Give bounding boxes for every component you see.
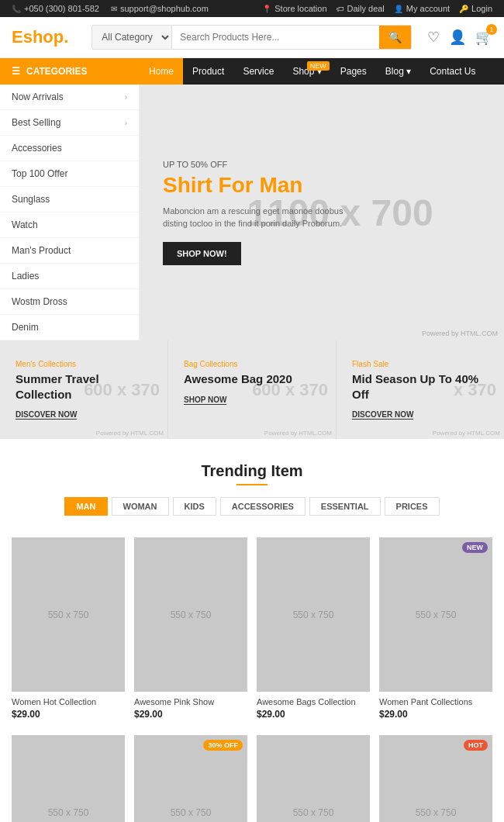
user-icon (394, 5, 403, 13)
sidebar-item-now-arrivals[interactable]: Now Arrivals› (0, 85, 139, 110)
topbar: +050 (300) 801-582 support@shophub.com S… (0, 0, 504, 17)
product-image: 550 x 750 (134, 537, 247, 692)
tab-essential[interactable]: ESSENTIAL (309, 497, 381, 516)
arrow-icon: › (125, 93, 127, 102)
sidebar-item-denim[interactable]: Denim (0, 315, 139, 340)
product-price: $29.00 (379, 709, 492, 720)
product-image: NEW 550 x 750 (379, 537, 492, 692)
my-account[interactable]: My account (394, 4, 450, 13)
login-link[interactable]: Login (459, 4, 492, 13)
nav-shop[interactable]: Shop ▾ NEW (283, 58, 330, 85)
topbar-right: Store location Daily deal My account Log… (262, 4, 492, 13)
categories-button[interactable]: ☰ CATEGORIES (0, 58, 140, 85)
product-image: 550 x 750 (257, 537, 370, 692)
tab-kids[interactable]: KIDS (173, 497, 216, 516)
cart-icon[interactable]: 🛒 1 (475, 29, 492, 46)
account-icon[interactable]: 👤 (449, 29, 466, 46)
sidebar-item-watch[interactable]: Watch (0, 212, 139, 238)
product-image: 550 x 750 (257, 735, 370, 822)
hero-description: Maboncion am a rescuing eget maonoe doob… (163, 205, 349, 230)
section-title: Trending Item (12, 462, 492, 480)
logo[interactable]: Eshop. (12, 27, 76, 47)
banner-category: Flash Sale (352, 360, 488, 368)
hamburger-icon: ☰ (12, 66, 20, 77)
tab-woman[interactable]: WOMAN (112, 497, 169, 516)
header: Eshop. All Category 🔍 ♡ 👤 🛒 1 (0, 17, 504, 58)
banner-link[interactable]: DISCOVER NOW (352, 410, 413, 420)
product-grid-row1: 550 x 750 Women Hot Collection $29.00 55… (0, 537, 504, 720)
tab-man[interactable]: MAN (64, 497, 107, 516)
trending-section: Trending Item MAN WOMAN KIDS ACCESSORIES… (0, 439, 504, 537)
wishlist-icon[interactable]: ♡ (427, 29, 440, 46)
product-name: Awesome Pink Show (134, 697, 247, 706)
topbar-left: +050 (300) 801-582 support@shophub.com (12, 4, 209, 13)
product-name: Women Pant Collections (379, 697, 492, 706)
nav-product[interactable]: Product (183, 58, 233, 85)
search-button[interactable]: 🔍 (379, 26, 411, 49)
nav-blog[interactable]: Blog ▾ (376, 58, 420, 85)
banner-dimensions: 600 x 370 (252, 380, 328, 400)
tab-prices[interactable]: PRICES (385, 497, 440, 516)
banner-link[interactable]: DISCOVER NOW (16, 410, 77, 420)
sidebar-item-sunglass[interactable]: Sunglass (0, 187, 139, 212)
sidebar-item-ladies[interactable]: Ladies (0, 264, 139, 289)
product-price: $29.00 (134, 709, 247, 720)
sidebar-item-mans-product[interactable]: Man's Product (0, 238, 139, 264)
mail-icon (111, 5, 117, 13)
header-icons: ♡ 👤 🛒 1 (427, 29, 492, 46)
hero-title: Shirt For Man (163, 172, 349, 199)
off-badge: 30% OFF (203, 740, 243, 751)
shop-new-badge: NEW (307, 61, 330, 71)
product-image: HOT 550 x 750 (379, 735, 492, 822)
banner-category: Men's Collections (16, 360, 152, 368)
login-icon (459, 5, 468, 13)
location-icon (262, 5, 271, 13)
navbar: ☰ CATEGORIES Home Product Service Shop ▾… (0, 58, 504, 85)
banner-bags: Bag Collections Awesome Bag 2020 SHOP NO… (168, 340, 337, 439)
banner-powered: Powered by HTML.COM (264, 430, 332, 437)
hero-banner: 1100 x 700 UP TO 50% OFF Shirt For Man M… (140, 85, 504, 340)
product-price: $29.00 (257, 709, 370, 720)
banner-row: Men's Collections Summer Travel Collecti… (0, 340, 504, 439)
search-input[interactable] (172, 26, 379, 48)
banner-powered: Powered by HTML.COM (96, 430, 164, 437)
section-divider (236, 484, 268, 485)
product-card[interactable]: HOT 550 x 750 Black Sunglass For Women $… (379, 735, 492, 822)
banner-category: Bag Collections (184, 360, 320, 368)
banner-flash: Flash Sale Mid Season Up To 40% Off DISC… (337, 340, 504, 439)
product-card[interactable]: 550 x 750 Awesome Bags Collection $29.00 (257, 537, 370, 720)
shop-now-button[interactable]: SHOP NOW! (163, 242, 241, 265)
sidebar-item-accessories[interactable]: Accessories (0, 136, 139, 161)
product-image: 550 x 750 (12, 537, 125, 692)
product-card[interactable]: NEW 550 x 750 Women Pant Collections $29… (379, 537, 492, 720)
hero-content: UP TO 50% OFF Shirt For Man Maboncion am… (163, 160, 349, 265)
hero-tag: UP TO 50% OFF (163, 160, 349, 169)
nav-pages[interactable]: Pages (331, 58, 376, 85)
product-card[interactable]: 550 x 750 Awesome Bags Collection $29.00 (12, 735, 125, 822)
banner-dimensions: 600 x 370 (84, 380, 160, 400)
product-card[interactable]: 550 x 750 Women Hot Collection $29.00 (12, 537, 125, 720)
category-select[interactable]: All Category (92, 26, 172, 49)
tab-accessories[interactable]: ACCESSORIES (220, 497, 306, 516)
product-name: Awesome Bags Collection (257, 697, 370, 706)
nav-home[interactable]: Home (140, 58, 183, 85)
product-card[interactable]: 550 x 750 Awesome Pink Show $29.00 (134, 537, 247, 720)
email-info: support@shophub.com (111, 4, 209, 13)
nav-contact[interactable]: Contact Us (420, 58, 485, 85)
product-price: $29.00 (12, 709, 125, 720)
sidebar-item-best-selling[interactable]: Best Selling› (0, 110, 139, 136)
phone-icon (12, 5, 21, 13)
banner-dimensions: x 370 (454, 380, 496, 400)
banner-link[interactable]: SHOP NOW (184, 395, 226, 405)
sidebar-item-wostm-dross[interactable]: Wostm Dross (0, 289, 139, 315)
nav-service[interactable]: Service (233, 58, 283, 85)
product-card[interactable]: 30% OFF 550 x 750 Awesome Cap For Women … (134, 735, 247, 822)
sidebar: Now Arrivals› Best Selling› Accessories … (0, 85, 140, 340)
store-location[interactable]: Store location (262, 4, 326, 13)
product-card[interactable]: 550 x 750 Polo Dress For Women $29.00 (257, 735, 370, 822)
product-image: 30% OFF 550 x 750 (134, 735, 247, 822)
phone-info: +050 (300) 801-582 (12, 4, 99, 13)
daily-deal[interactable]: Daily deal (337, 4, 385, 13)
sidebar-item-top100[interactable]: Top 100 Offer (0, 161, 139, 187)
nav-menu: Home Product Service Shop ▾ NEW Pages Bl… (140, 58, 485, 85)
